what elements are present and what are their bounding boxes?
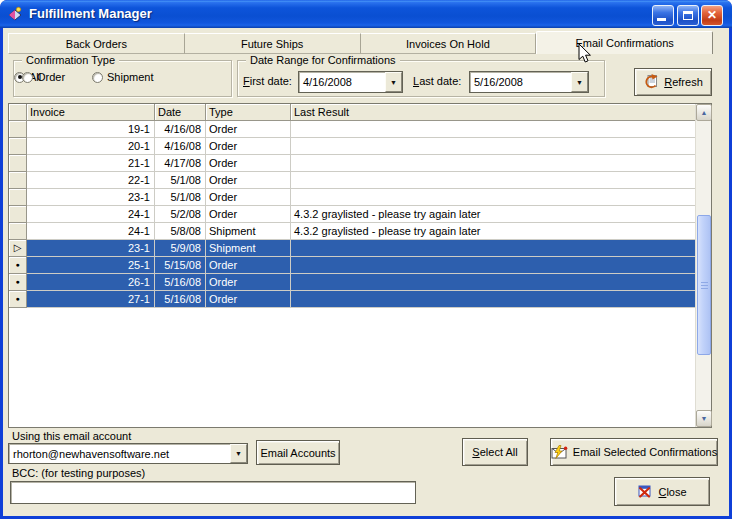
cell-type[interactable]: Order [206,172,291,189]
tab-future-ships[interactable]: Future Ships [185,33,361,54]
cell-date[interactable]: 5/15/08 [155,257,206,274]
cell-invoice[interactable]: 25-1 [27,257,155,274]
cell-date[interactable]: 5/1/08 [155,172,206,189]
scroll-up-icon: ▲ [701,109,708,116]
cell-date[interactable]: 4/16/08 [155,121,206,138]
tab-invoices-on-hold[interactable]: Invoices On Hold [361,33,537,54]
refresh-button[interactable]: Refresh [634,68,712,96]
close-button[interactable]: Close [614,477,710,506]
cell-date[interactable]: 5/9/08 [155,240,206,257]
row-selector[interactable] [9,155,27,172]
row-selector[interactable] [9,121,27,138]
cell-result[interactable] [291,155,695,172]
selected-row-marker[interactable]: ● [9,274,27,291]
email-accounts-button[interactable]: Email Accounts [256,440,340,465]
row-selector[interactable] [9,138,27,155]
selected-row-marker[interactable]: ● [9,291,27,308]
table-row[interactable]: 19-14/16/08Order [9,121,695,138]
tab-email-confirmations[interactable]: Email Confirmations [536,31,713,54]
selected-row-marker[interactable]: ● [9,257,27,274]
cell-date[interactable]: 5/16/08 [155,291,206,308]
header-selector[interactable] [9,104,27,121]
header-date[interactable]: Date [155,104,206,121]
cell-invoice[interactable]: 23-1 [27,240,155,257]
table-row[interactable]: 24-15/8/08Shipment4.3.2 graylisted - ple… [9,223,695,240]
select-all-button[interactable]: Select All [462,438,528,466]
cell-invoice[interactable]: 23-1 [27,189,155,206]
table-row[interactable]: 23-15/1/08Order [9,189,695,206]
cell-result[interactable] [291,172,695,189]
cell-invoice[interactable]: 22-1 [27,172,155,189]
titlebar[interactable]: Fulfillment Manager ✕ [0,0,732,28]
table-row[interactable]: 24-15/2/08Order4.3.2 graylisted - please… [9,206,695,223]
scroll-down-button[interactable]: ▼ [696,410,712,427]
close-window-button[interactable]: ✕ [701,5,723,26]
vertical-scrollbar[interactable]: ▲ ▼ [695,104,711,427]
cell-result[interactable]: 4.3.2 graylisted - please try again late… [291,223,695,240]
table-row[interactable]: ▷23-15/9/08Shipment [9,240,695,257]
cell-type[interactable]: Order [206,121,291,138]
cell-invoice[interactable]: 19-1 [27,121,155,138]
cell-type[interactable]: Shipment [206,223,291,240]
cell-date[interactable]: 5/8/08 [155,223,206,240]
row-selector[interactable] [9,206,27,223]
cell-result[interactable]: 4.3.2 graylisted - please try again late… [291,206,695,223]
tab-strip: Back OrdersFuture ShipsInvoices On HoldE… [8,31,713,54]
chevron-down-icon[interactable]: ▼ [571,72,588,92]
cell-type[interactable]: Order [206,291,291,308]
cell-type[interactable]: Order [206,155,291,172]
cell-invoice[interactable]: 24-1 [27,206,155,223]
cell-result[interactable] [291,274,695,291]
cell-date[interactable]: 4/17/08 [155,155,206,172]
chevron-down-icon[interactable]: ▼ [230,444,247,463]
cell-invoice[interactable]: 21-1 [27,155,155,172]
cell-type[interactable]: Order [206,257,291,274]
chevron-down-icon[interactable]: ▼ [385,72,402,92]
header-type[interactable]: Type [206,104,291,121]
radio-shipment[interactable]: Shipment [92,71,153,83]
cell-date[interactable]: 4/16/08 [155,138,206,155]
cell-type[interactable]: Order [206,138,291,155]
tab-back-orders[interactable]: Back Orders [8,33,185,54]
row-selector[interactable] [9,223,27,240]
cell-date[interactable]: 5/1/08 [155,189,206,206]
cell-type[interactable]: Order [206,206,291,223]
cell-date[interactable]: 5/2/08 [155,206,206,223]
header-invoice[interactable]: Invoice [27,104,155,121]
cell-type[interactable]: Order [206,274,291,291]
table-row[interactable]: 22-15/1/08Order [9,172,695,189]
email-selected-confirmations-button[interactable]: Email Selected Confirmations [550,438,718,466]
scroll-thumb[interactable] [697,215,711,355]
table-row[interactable]: ●26-15/16/08Order [9,274,695,291]
cell-date[interactable]: 5/16/08 [155,274,206,291]
first-date-combobox[interactable]: 4/16/2008 ▼ [298,71,403,93]
cell-invoice[interactable]: 27-1 [27,291,155,308]
cell-result[interactable] [291,257,695,274]
current-row-marker[interactable]: ▷ [9,240,27,257]
maximize-button[interactable] [677,5,699,26]
email-account-combobox[interactable]: rhorton@newhavensoftware.net ▼ [8,443,248,464]
cell-invoice[interactable]: 24-1 [27,223,155,240]
cell-result[interactable] [291,291,695,308]
minimize-button[interactable] [652,5,674,26]
cell-result[interactable] [291,189,695,206]
bcc-input[interactable] [10,481,416,504]
row-selector[interactable] [9,189,27,206]
cell-result[interactable] [291,121,695,138]
table-row[interactable]: ●27-15/16/08Order [9,291,695,308]
cell-result[interactable] [291,138,695,155]
header-last-result[interactable]: Last Result [291,104,695,121]
table-row[interactable]: 21-14/17/08Order [9,155,695,172]
cell-result[interactable] [291,240,695,257]
table-row[interactable]: 20-14/16/08Order [9,138,695,155]
radio-order[interactable]: Order [22,71,65,83]
row-selector[interactable] [9,172,27,189]
last-date-combobox[interactable]: 5/16/2008 ▼ [469,71,589,93]
table-row[interactable]: ●25-15/15/08Order [9,257,695,274]
cell-type[interactable]: Order [206,189,291,206]
cell-type[interactable]: Shipment [206,240,291,257]
scroll-up-button[interactable]: ▲ [696,104,712,121]
cell-invoice[interactable]: 20-1 [27,138,155,155]
cell-invoice[interactable]: 26-1 [27,274,155,291]
email-accounts-label: Email Accounts [260,447,335,459]
